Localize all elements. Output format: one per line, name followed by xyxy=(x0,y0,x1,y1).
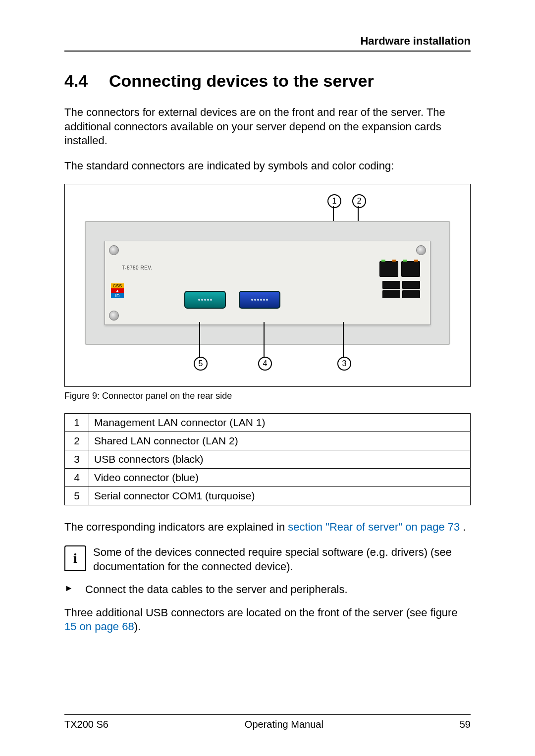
usb-port-icon xyxy=(382,290,400,298)
footer-doc-title: Operating Manual xyxy=(245,719,323,730)
figure-caption: Figure 9: Connector panel on the rear si… xyxy=(64,391,471,401)
usb-ports xyxy=(382,281,420,298)
step-marker-icon: ► xyxy=(64,583,78,597)
chapter-title: Hardware installation xyxy=(360,35,471,47)
step-text: Connect the data cables to the server an… xyxy=(85,583,348,597)
callout-2: 2 xyxy=(352,194,366,208)
callouts-top: 1 2 xyxy=(85,194,450,224)
server-rear-illustration: T-8780 REV. CSS ▲ ID xyxy=(85,221,450,345)
indicators-paragraph: The corresponding indicators are explain… xyxy=(64,520,471,535)
screw-icon xyxy=(109,311,119,321)
usb-column xyxy=(382,281,400,298)
usb-port-icon xyxy=(402,281,420,289)
page: Hardware installation 4.4Connecting devi… xyxy=(0,0,535,756)
callout-1: 1 xyxy=(327,194,341,208)
row-desc: USB connectors (black) xyxy=(89,450,471,469)
callout-5-line xyxy=(199,322,200,357)
intro-paragraph-1: The connectors for external devices are … xyxy=(64,106,471,148)
id-led-label: ID xyxy=(111,293,124,298)
row-num: 2 xyxy=(65,432,89,450)
info-icon: i xyxy=(64,545,86,571)
row-desc: Management LAN connector (LAN 1) xyxy=(89,414,471,432)
usb-column xyxy=(402,281,420,298)
text-run: Three additional USB connectors are loca… xyxy=(64,606,458,619)
lan2-port-icon xyxy=(401,261,420,277)
row-num: 1 xyxy=(65,414,89,432)
row-num: 3 xyxy=(65,450,89,469)
callout-4-line xyxy=(264,322,265,357)
callout-3-line xyxy=(343,322,344,357)
intro-paragraph-2: The standard connectors are indicated by… xyxy=(64,159,471,173)
text-run: . xyxy=(460,521,466,533)
screw-icon xyxy=(109,245,119,255)
css-led-label: CSS xyxy=(111,283,124,288)
callouts-bottom: 5 4 3 xyxy=(85,342,450,372)
row-desc: Serial connector COM1 (turquoise) xyxy=(89,487,471,505)
figure-frame: 1 2 T-8780 REV. CSS ▲ ID xyxy=(64,184,471,387)
row-num: 4 xyxy=(65,469,89,487)
page-footer: TX200 S6 Operating Manual 59 xyxy=(64,714,471,730)
id-led-block: CSS ▲ ID xyxy=(111,283,124,298)
usb-port-icon xyxy=(382,281,400,289)
lan-ports xyxy=(379,261,420,277)
usb-port-icon xyxy=(402,290,420,298)
callout-5: 5 xyxy=(194,357,208,371)
lan1-port-icon xyxy=(379,261,398,277)
vga-port-icon xyxy=(239,291,280,309)
section-title-text: Connecting devices to the server xyxy=(109,71,374,90)
fault-led-label: ▲ xyxy=(111,288,124,293)
table-row: 2 Shared LAN connector (LAN 2) xyxy=(65,432,471,450)
row-num: 5 xyxy=(65,487,89,505)
callout-3: 3 xyxy=(337,357,351,371)
footer-page-number: 59 xyxy=(460,719,471,730)
screw-icon xyxy=(416,245,426,255)
note-text: Some of the devices connected require sp… xyxy=(93,545,471,574)
text-run: ). xyxy=(134,620,141,633)
serial-port-icon xyxy=(184,291,226,309)
connector-panel: T-8780 REV. CSS ▲ ID xyxy=(105,241,430,325)
info-note: i Some of the devices connected require … xyxy=(64,545,471,574)
callout-4: 4 xyxy=(258,357,272,371)
row-desc: Video connector (blue) xyxy=(89,469,471,487)
row-desc: Shared LAN connector (LAN 2) xyxy=(89,432,471,450)
table-row: 3 USB connectors (black) xyxy=(65,450,471,469)
xref-rear-of-server[interactable]: section "Rear of server" on page 73 xyxy=(288,521,460,533)
xref-figure-15[interactable]: 15 on page 68 xyxy=(64,620,134,633)
panel-revision-label: T-8780 REV. xyxy=(122,265,153,270)
procedure-step: ► Connect the data cables to the server … xyxy=(64,583,471,597)
page-header: Hardware installation xyxy=(64,35,471,52)
connector-table: 1 Management LAN connector (LAN 1) 2 Sha… xyxy=(64,413,471,505)
front-usb-paragraph: Three additional USB connectors are loca… xyxy=(64,606,471,634)
section-heading: 4.4Connecting devices to the server xyxy=(64,71,471,91)
section-number: 4.4 xyxy=(64,71,109,91)
table-row: 4 Video connector (blue) xyxy=(65,469,471,487)
table-row: 1 Management LAN connector (LAN 1) xyxy=(65,414,471,432)
table-row: 5 Serial connector COM1 (turquoise) xyxy=(65,487,471,505)
text-run: The corresponding indicators are explain… xyxy=(64,521,288,533)
footer-product: TX200 S6 xyxy=(64,719,108,730)
